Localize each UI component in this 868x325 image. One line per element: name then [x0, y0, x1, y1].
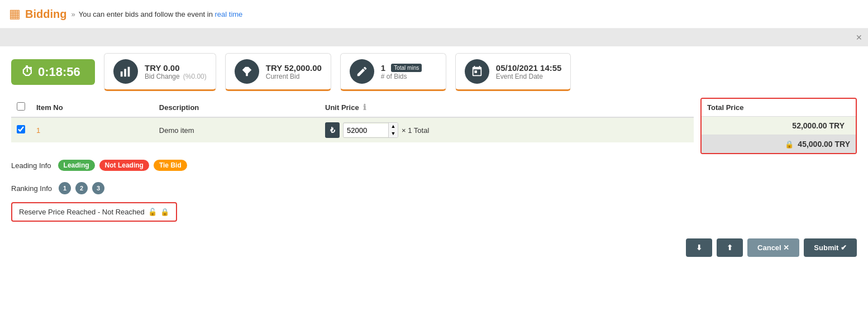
cancel-button[interactable]: Cancel ✕ [747, 238, 799, 257]
submit-button[interactable]: Submit ✔ [804, 238, 857, 257]
header-arrow: » [71, 10, 75, 18]
stat-card-current-bid: TRY 52,000.00 Current Bid [225, 53, 331, 91]
clock-icon: ⏱ [21, 65, 34, 79]
bid-change-info: TRY 0.00 Bid Change (%0.00) [145, 63, 207, 80]
table-row: 1 Demo item ₺ ▲ ▼ [11, 117, 694, 142]
gray-bar: ✕ [0, 28, 868, 46]
leading-info-row: Leading Info Leading Not Leading Tie Bid [0, 154, 868, 176]
spin-down-button[interactable]: ▼ [389, 130, 398, 137]
page-header: ▦ Bidding » You can enter bids and follo… [0, 0, 868, 28]
current-bid-value: TRY 52,000.00 [266, 63, 322, 73]
table-header-row: Item No Description Unit Price ℹ [11, 98, 694, 117]
ranking-info-label: Ranking Info [11, 184, 52, 193]
currency-icon: ₺ [325, 122, 340, 138]
table-area: Item No Description Unit Price ℹ 1 [0, 98, 868, 154]
total-multiplier-label: × 1 Total [402, 126, 429, 135]
num-bids-label: # of Bids [381, 73, 422, 80]
leading-info-label: Leading Info [11, 161, 51, 170]
badge-not-leading: Not Leading [99, 160, 149, 171]
bottom-bar: ⬇ ⬆ Cancel ✕ Submit ✔ [0, 230, 868, 266]
rank-badge-1: 1 [59, 182, 71, 194]
lock-icon: 🔒 [785, 140, 794, 149]
row-checkbox-cell [11, 117, 31, 142]
lock-icon2: 🔒 [160, 208, 169, 216]
table-wrapper: Item No Description Unit Price ℹ 1 [11, 98, 857, 154]
event-end-info: 05/10/2021 14:55 Event End Date [496, 63, 562, 80]
table-right: Total Price 52,000.00 TRY 🔒 45,000.00 TR… [694, 98, 857, 154]
stat-card-event-end: 05/10/2021 14:55 Event End Date [455, 53, 571, 91]
unit-price-info-icon[interactable]: ℹ [363, 103, 366, 112]
download-button[interactable]: ⬇ [686, 238, 712, 257]
close-button[interactable]: ✕ [856, 33, 862, 42]
upload-button[interactable]: ⬆ [717, 238, 743, 257]
total-mins-badge: Total mins [391, 64, 422, 72]
svg-rect-2 [128, 67, 130, 77]
current-bid-icon [235, 59, 259, 84]
select-all-checkbox[interactable] [17, 102, 25, 111]
bid-change-pct: (%0.00) [183, 73, 207, 80]
header-subtitle: You can enter bids and follow the event … [79, 10, 243, 18]
total-price-header: Total Price [702, 99, 856, 116]
current-bid-info: TRY 52,000.00 Current Bid [266, 63, 322, 80]
header-checkbox-cell [11, 98, 31, 117]
subtitle-highlight: real time [214, 10, 242, 18]
download-icon: ⬇ [696, 243, 702, 252]
header-description: Description [154, 98, 319, 117]
timer-value: 0:18:56 [38, 65, 80, 79]
upload-icon: ⬆ [727, 243, 733, 252]
table-main: Item No Description Unit Price ℹ 1 [11, 98, 694, 154]
num-bids-info: 1 Total mins # of Bids [381, 63, 422, 80]
event-end-value: 05/10/2021 14:55 [496, 63, 562, 73]
unlock-icon: 🔓 [148, 208, 157, 216]
unit-price-cell: ₺ ▲ ▼ × 1 Total [325, 122, 688, 138]
reserve-notice-box: Reserve Price Reached - Not Reached 🔓 🔒 [11, 202, 177, 222]
row-checkbox[interactable] [17, 125, 25, 133]
price-input[interactable] [344, 124, 388, 137]
spin-buttons: ▲ ▼ [388, 123, 398, 137]
stat-card-num-bids: 1 Total mins # of Bids [340, 53, 446, 91]
grid-icon: ▦ [9, 7, 21, 21]
header-item-no: Item No [31, 98, 154, 117]
current-bid-label: Current Bid [266, 73, 322, 80]
rank-badge-3: 3 [92, 182, 104, 194]
reserve-price-row: 🔒 45,000.00 TRY [702, 135, 856, 153]
total-price-value: 52,000.00 TRY [786, 117, 850, 135]
row-description: Demo item [154, 117, 319, 142]
price-input-wrap: ▲ ▼ [343, 122, 398, 138]
ranking-info-row: Ranking Info 1 2 3 [0, 176, 868, 200]
spin-up-button[interactable]: ▲ [389, 123, 398, 130]
badge-leading: Leading [58, 160, 95, 171]
stats-row: ⏱ 0:18:56 TRY 0.00 Bid Change (%0.00) TR… [0, 46, 868, 98]
header-unit-price: Unit Price ℹ [319, 98, 694, 117]
badge-tie-bid: Tie Bid [154, 160, 187, 171]
rank-badge-2: 2 [75, 182, 88, 194]
reserve-price-value: 45,000.00 TRY [798, 140, 850, 149]
timer-box: ⏱ 0:18:56 [11, 59, 95, 85]
event-end-label: Event End Date [496, 73, 562, 80]
num-bids-value: 1 [381, 63, 385, 73]
stat-card-bid-change: TRY 0.00 Bid Change (%0.00) [104, 53, 216, 91]
bid-change-label: Bid Change [145, 73, 180, 80]
items-table: Item No Description Unit Price ℹ 1 [11, 98, 694, 142]
svg-rect-3 [246, 73, 248, 77]
subtitle-plain: You can enter bids and follow the event … [79, 10, 215, 18]
num-bids-icon [350, 59, 374, 84]
reserve-notice-container: Reserve Price Reached - Not Reached 🔓 🔒 [0, 200, 868, 224]
reserve-notice-text: Reserve Price Reached - Not Reached [19, 208, 145, 216]
row-unit-price: ₺ ▲ ▼ × 1 Total [319, 117, 694, 142]
svg-rect-0 [121, 71, 123, 77]
event-end-icon [465, 59, 489, 84]
svg-rect-1 [124, 69, 126, 77]
total-price-box: Total Price 52,000.00 TRY 🔒 45,000.00 TR… [700, 98, 857, 154]
bid-change-value: TRY 0.00 [145, 63, 180, 73]
bid-change-icon [113, 59, 138, 84]
page-title: Bidding [25, 8, 66, 21]
row-item-no: 1 [31, 117, 154, 142]
